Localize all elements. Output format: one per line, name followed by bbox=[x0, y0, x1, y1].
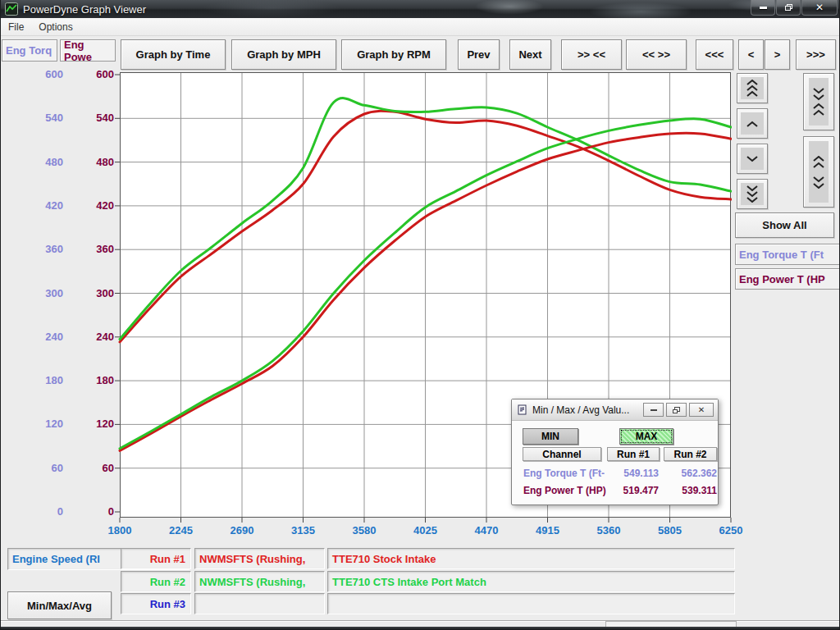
y-tick-power-480: 480 bbox=[75, 156, 114, 168]
y-tick-torque-240: 240 bbox=[24, 331, 63, 343]
compress-scale-button[interactable] bbox=[803, 73, 834, 130]
x-tick-4025: 4025 bbox=[399, 524, 452, 536]
legend-eng-torque[interactable]: Eng Torque T (Ft bbox=[735, 244, 840, 265]
run1-file-box: NWMSFTS (Rushing, bbox=[194, 548, 325, 569]
scale-down-fast-button[interactable] bbox=[737, 179, 768, 209]
menu-options[interactable]: Options bbox=[31, 20, 80, 34]
minmax-row1-run2-value: 562.362 bbox=[664, 468, 717, 479]
run2-label-box: Run #2 bbox=[121, 571, 191, 592]
legend-eng-power[interactable]: Eng Power T (HP bbox=[735, 268, 840, 290]
x-tick-5360: 5360 bbox=[582, 524, 635, 536]
channel-button-eng-torque[interactable]: Eng Torq bbox=[2, 39, 57, 62]
minmax-window-title: Min / Max / Avg Valu... bbox=[532, 404, 629, 416]
scale-up-button[interactable] bbox=[737, 108, 768, 139]
scale-up-fast-button[interactable] bbox=[737, 73, 768, 103]
expand-vertical-icon bbox=[809, 141, 829, 203]
minmax-row2-channel: Eng Power T (HP) bbox=[523, 485, 606, 496]
y-tick-torque-60: 60 bbox=[24, 462, 63, 474]
run1-label-box: Run #1 bbox=[121, 548, 191, 569]
minmax-minimize-button[interactable] bbox=[643, 403, 664, 417]
channel-button-eng-power-label: Eng Powe bbox=[64, 39, 115, 62]
y-tick-torque-480: 480 bbox=[24, 156, 63, 168]
x-tick-3135: 3135 bbox=[277, 524, 330, 536]
scroll-right-button[interactable]: > bbox=[765, 39, 790, 70]
min-toggle-button[interactable]: MIN bbox=[523, 428, 578, 445]
max-toggle-button[interactable]: MAX bbox=[619, 428, 673, 445]
run1-label: Run #1 bbox=[150, 553, 185, 565]
zoom-out-x-button[interactable]: << >> bbox=[626, 39, 687, 70]
triple-chevron-down-icon bbox=[741, 183, 764, 205]
run2-file-label: NWMSFTS (Rushing, bbox=[199, 576, 305, 588]
minimize-button[interactable] bbox=[751, 0, 775, 16]
run1-desc-label: TTE710 Stock Intake bbox=[332, 553, 436, 565]
x-tick-3580: 3580 bbox=[338, 524, 390, 536]
title-bar[interactable]: PowerDyne Graph Viewer ✕ bbox=[1, 0, 840, 18]
y-tick-power-360: 360 bbox=[75, 243, 114, 255]
minmax-window-icon bbox=[518, 404, 528, 415]
menu-file[interactable]: File bbox=[1, 20, 31, 34]
x-channel-label: Engine Speed (RI bbox=[12, 553, 100, 565]
restore-icon bbox=[673, 407, 680, 413]
x-tick-4915: 4915 bbox=[522, 524, 574, 536]
minmax-row1-channel: Eng Torque T (Ft- bbox=[523, 468, 605, 479]
collapse-vertical-icon bbox=[809, 78, 829, 126]
run2-desc-box: TTE710 CTS Intake Port Match bbox=[327, 571, 735, 592]
next-button[interactable]: Next bbox=[509, 39, 551, 70]
y-tick-torque-600: 600 bbox=[24, 68, 63, 80]
run2-label: Run #2 bbox=[150, 576, 185, 588]
close-icon: ✕ bbox=[698, 405, 705, 414]
restore-icon bbox=[785, 4, 792, 11]
channel-button-eng-power[interactable]: Eng Powe bbox=[60, 39, 116, 62]
y-tick-power-0: 0 bbox=[75, 505, 114, 518]
graph-by-time-button[interactable]: Graph by Time bbox=[121, 39, 226, 70]
graph-by-rpm-button[interactable]: Graph by RPM bbox=[341, 39, 446, 70]
legend-eng-power-label: Eng Power T (HP bbox=[739, 273, 825, 285]
prev-button[interactable]: Prev bbox=[458, 39, 500, 70]
run3-file-box bbox=[194, 593, 325, 614]
minmax-row1-run1-value: 549.113 bbox=[606, 468, 659, 479]
x-tick-5805: 5805 bbox=[644, 524, 696, 536]
minmaxavg-button[interactable]: Min/Max/Avg bbox=[7, 591, 112, 619]
y-tick-power-60: 60 bbox=[75, 462, 114, 474]
run1-desc-box: TTE710 Stock Intake bbox=[327, 548, 735, 569]
minmax-close-button[interactable]: ✕ bbox=[689, 403, 714, 417]
x-tick-6250: 6250 bbox=[705, 524, 757, 536]
chevron-down-icon bbox=[741, 148, 764, 170]
minmax-window: Min / Max / Avg Valu... ✕ MIN MAX Channe… bbox=[511, 399, 719, 505]
scroll-left-button[interactable]: < bbox=[738, 39, 764, 70]
run3-label: Run #3 bbox=[150, 598, 185, 610]
run2-desc-label: TTE710 CTS Intake Port Match bbox=[332, 576, 486, 588]
y-tick-torque-120: 120 bbox=[24, 418, 63, 430]
y-tick-torque-360: 360 bbox=[24, 243, 63, 255]
expand-scale-button[interactable] bbox=[803, 136, 834, 208]
close-button[interactable]: ✕ bbox=[801, 0, 838, 16]
minmax-restore-button[interactable] bbox=[666, 403, 687, 417]
y-tick-power-240: 240 bbox=[75, 331, 114, 343]
x-tick-2690: 2690 bbox=[216, 524, 268, 536]
triple-chevron-up-icon bbox=[741, 77, 764, 99]
minmax-col-run2[interactable]: Run #2 bbox=[664, 447, 717, 461]
x-tick-4470: 4470 bbox=[460, 524, 513, 536]
y-tick-power-180: 180 bbox=[75, 374, 114, 386]
y-tick-power-420: 420 bbox=[75, 199, 114, 212]
y-tick-torque-0: 0 bbox=[24, 505, 63, 518]
chevron-up-icon bbox=[741, 112, 764, 135]
scroll-right-fast-button[interactable]: >>> bbox=[796, 39, 836, 70]
minmax-row2-run2-value: 539.311 bbox=[664, 485, 717, 496]
graph-by-mph-button[interactable]: Graph by MPH bbox=[231, 39, 336, 70]
minmax-col-channel[interactable]: Channel bbox=[523, 447, 601, 461]
scroll-left-fast-button[interactable]: <<< bbox=[696, 39, 733, 70]
minmax-title-bar[interactable]: Min / Max / Avg Valu... ✕ bbox=[512, 399, 718, 421]
minmax-col-run1[interactable]: Run #1 bbox=[607, 447, 660, 461]
window-title: PowerDyne Graph Viewer bbox=[23, 3, 146, 16]
y-tick-power-540: 540 bbox=[75, 112, 114, 124]
scale-down-button[interactable] bbox=[737, 144, 768, 174]
app-window: PowerDyne Graph Viewer ✕ File Options En… bbox=[0, 0, 840, 630]
channel-button-eng-torque-label: Eng Torq bbox=[6, 44, 52, 57]
zoom-in-x-button[interactable]: >> << bbox=[561, 39, 622, 70]
app-icon bbox=[5, 2, 18, 16]
x-tick-1800: 1800 bbox=[94, 524, 146, 536]
show-all-button[interactable]: Show All bbox=[735, 212, 834, 238]
run3-desc-box bbox=[327, 593, 735, 614]
restore-button[interactable] bbox=[776, 0, 801, 16]
